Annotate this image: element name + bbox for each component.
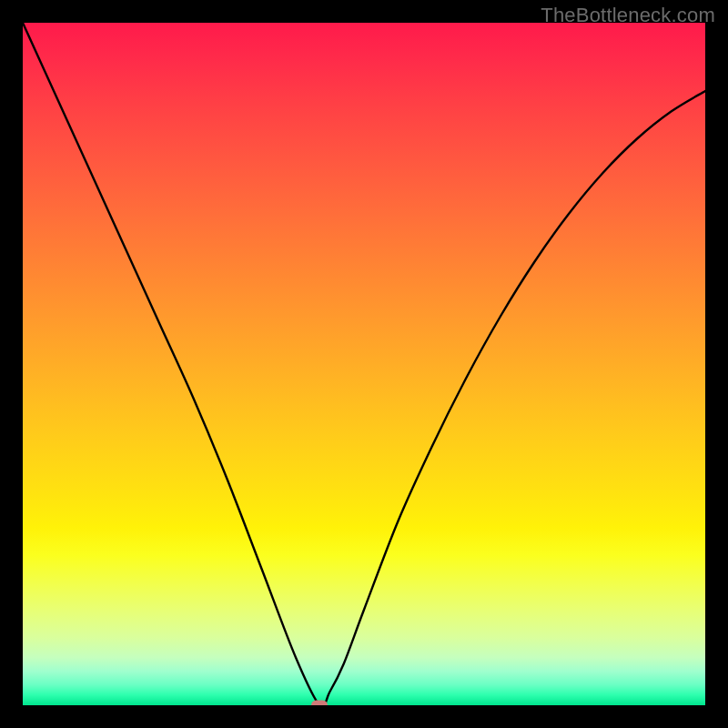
plot-area <box>23 23 705 705</box>
bottleneck-curve <box>23 23 705 705</box>
optimum-marker <box>311 701 328 706</box>
chart-frame: TheBottleneck.com <box>0 0 728 728</box>
watermark-text: TheBottleneck.com <box>541 4 715 27</box>
